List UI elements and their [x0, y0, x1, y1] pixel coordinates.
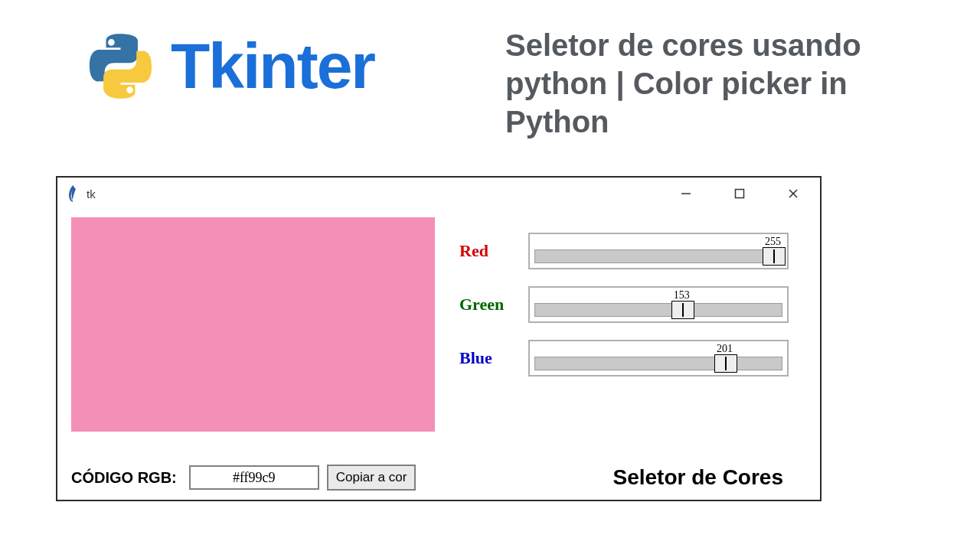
- slider-value-blue: 201: [717, 343, 733, 355]
- page-title: Seletor de cores usando python | Color p…: [505, 26, 957, 141]
- slider-track-green: [534, 303, 782, 317]
- window-controls: [675, 182, 811, 205]
- slider-green[interactable]: 153: [528, 286, 789, 323]
- slider-red[interactable]: 255: [528, 233, 789, 269]
- tk-feather-icon: [67, 185, 79, 202]
- slider-label-red: Red: [459, 241, 528, 261]
- window-title-text: tk: [87, 187, 96, 201]
- slider-label-blue: Blue: [459, 348, 528, 368]
- maximize-button[interactable]: [728, 182, 751, 205]
- bottom-row: CÓDIGO RGB: Copiar a cor Seletor de Core…: [71, 465, 806, 491]
- window-titlebar: tk: [57, 178, 820, 210]
- close-button[interactable]: [782, 182, 805, 205]
- slider-thumb-green[interactable]: [671, 301, 694, 319]
- color-preview: [71, 217, 435, 432]
- svg-rect-1: [736, 190, 744, 198]
- client-area: Red 255 Green 153 Blue 201: [57, 210, 820, 500]
- rgb-code-label: CÓDIGO RGB:: [71, 469, 177, 487]
- header: Tkinter: [84, 29, 374, 103]
- slider-row-red: Red 255: [459, 233, 804, 269]
- slider-value-green: 153: [674, 289, 690, 302]
- slider-row-green: Green 153: [459, 286, 804, 323]
- app-title: Seletor de Cores: [612, 465, 783, 490]
- tk-window: tk Red 255 Gr: [56, 176, 822, 501]
- slider-label-green: Green: [459, 295, 528, 315]
- sliders-panel: Red 255 Green 153 Blue 201: [459, 233, 804, 393]
- copy-color-button[interactable]: Copiar a cor: [327, 465, 416, 491]
- slider-blue[interactable]: 201: [528, 340, 789, 377]
- slider-value-red: 255: [765, 236, 781, 248]
- python-logo-icon: [84, 30, 157, 103]
- slider-thumb-blue[interactable]: [714, 354, 737, 373]
- slider-track-blue: [534, 357, 782, 370]
- slider-row-blue: Blue 201: [459, 340, 804, 377]
- tkinter-title: Tkinter: [171, 29, 374, 103]
- slider-track-red: [534, 249, 782, 263]
- rgb-code-field[interactable]: [189, 465, 319, 490]
- minimize-button[interactable]: [675, 182, 697, 205]
- slider-thumb-red[interactable]: [763, 247, 786, 266]
